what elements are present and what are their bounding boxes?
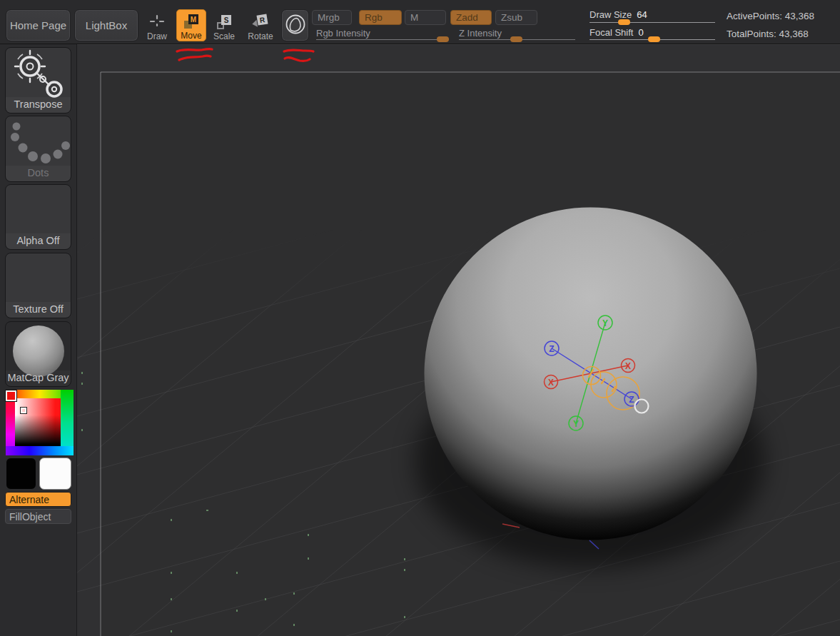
brush-preview-button[interactable]	[281, 9, 309, 41]
texture-panel-label: Texture Off	[6, 302, 71, 318]
saturation-value-square[interactable]	[15, 398, 61, 446]
color-cursor[interactable]	[21, 408, 26, 413]
x-axis-label-left: X	[548, 378, 554, 388]
focal-shift-handle[interactable]	[648, 36, 660, 42]
rgb-mode-button[interactable]: Rgb	[359, 10, 402, 25]
main-color-swatch[interactable]	[6, 458, 36, 490]
draw-tool-label: Draw	[147, 31, 167, 41]
top-toolbar: Home Page LightBox Draw M Move	[0, 0, 840, 44]
brush-stroke-icon	[284, 13, 307, 38]
m-mode-button[interactable]: M	[405, 10, 446, 25]
transpose-panel-label: Transpose	[6, 97, 71, 113]
focal-shift-label: Focal Shift0	[589, 27, 644, 38]
total-points-readout: TotalPoints: 43,368	[727, 29, 809, 39]
z-intensity-label: Z Intensity	[459, 28, 502, 39]
secondary-color-swatch[interactable]	[39, 458, 71, 490]
zsub-mode-button[interactable]: Zsub	[495, 10, 537, 25]
move-icon: M	[184, 12, 198, 31]
switch-color-button[interactable]: Alternate	[5, 492, 71, 507]
alpha-panel[interactable]: Alpha Off	[5, 184, 71, 250]
matcap-sphere-thumbnail	[13, 325, 64, 377]
draw-size-handle[interactable]	[618, 19, 630, 25]
active-points-readout: ActivePoints: 43,368	[727, 11, 814, 21]
mrgb-mode-button[interactable]: Mrgb	[312, 10, 352, 25]
scale-tool-label: Scale	[213, 31, 235, 41]
z-axis-label-far: Z	[549, 344, 554, 354]
material-panel[interactable]: MatCap Gray	[5, 321, 71, 387]
left-shelf: Transpose Dots Alpha Off Tex	[0, 44, 77, 636]
rotate-icon: R	[253, 13, 268, 31]
alpha-panel-label: Alpha Off	[6, 233, 71, 249]
document-canvas[interactable]: Y Y Z Z X X	[77, 44, 840, 636]
home-page-button[interactable]: Home Page	[6, 9, 71, 41]
stroke-dots-panel[interactable]: Dots	[5, 116, 71, 182]
material-panel-label: MatCap Gray	[6, 370, 71, 386]
texture-panel[interactable]: Texture Off	[5, 253, 71, 318]
draw-size-label: Draw Size64	[589, 9, 647, 20]
rotate-tool-label: Rotate	[248, 31, 273, 41]
draw-size-track[interactable]	[589, 22, 715, 23]
current-color-swatch	[6, 390, 16, 401]
annotation-squiggles	[177, 49, 313, 61]
z-intensity-handle[interactable]	[510, 36, 522, 42]
scale-icon: S	[217, 13, 231, 31]
rgb-intensity-label: Rgb Intensity	[316, 28, 370, 39]
rotate-tool-button[interactable]: R Rotate	[244, 9, 277, 41]
move-tool-button[interactable]: M Move	[176, 9, 206, 41]
hue-strip-bottom[interactable]	[6, 446, 74, 455]
lightbox-button[interactable]: LightBox	[74, 9, 138, 41]
y-axis-label-bottom: Y	[573, 419, 579, 429]
rgb-intensity-track[interactable]	[316, 39, 449, 40]
dots-panel-label: Dots	[6, 166, 71, 181]
y-axis-label-top: Y	[602, 318, 608, 328]
draw-tool-button[interactable]: Draw	[143, 9, 171, 41]
x-axis-label-right: X	[625, 361, 631, 371]
scale-tool-button[interactable]: S Scale	[210, 9, 238, 41]
move-tool-label: Move	[181, 31, 201, 41]
crosshair-icon	[148, 13, 166, 31]
focal-shift-value: 0	[638, 27, 643, 38]
fill-object-button[interactable]: FillObject	[5, 509, 71, 524]
color-picker[interactable]	[6, 390, 74, 455]
draw-size-value: 64	[637, 9, 647, 20]
z-axis-label-near: Z	[629, 395, 634, 405]
stroke-transpose-panel[interactable]: Transpose	[5, 47, 71, 113]
zadd-mode-button[interactable]: Zadd	[450, 10, 492, 25]
zbrush-window: Home Page LightBox Draw M Move	[0, 0, 840, 636]
rgb-intensity-handle[interactable]	[437, 36, 449, 42]
